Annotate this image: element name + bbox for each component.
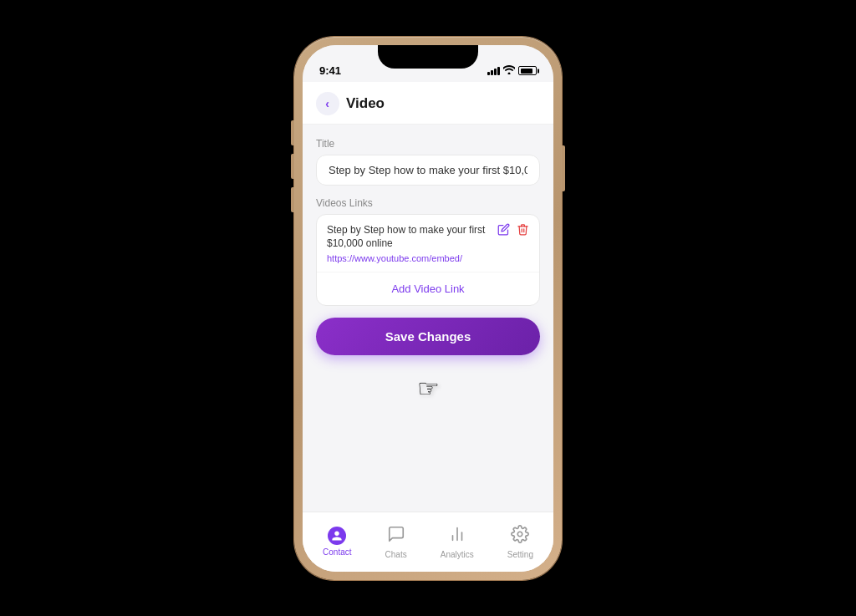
title-label: Title — [316, 138, 540, 150]
nav-analytics-label: Analytics — [441, 550, 474, 559]
nav-item-analytics[interactable]: Analytics — [431, 520, 484, 564]
add-video-button[interactable]: Add Video Link — [317, 272, 539, 305]
nav-item-setting[interactable]: Setting — [497, 520, 543, 564]
video-link-title: Step by Step how to make your first $10,… — [327, 223, 491, 252]
svg-point-3 — [518, 532, 523, 537]
video-link-text: Step by Step how to make your first $10,… — [327, 223, 491, 264]
nav-contact-label: Contact — [323, 547, 351, 557]
analytics-icon — [448, 525, 466, 547]
status-icons — [487, 65, 537, 77]
page-header: ‹ Video — [303, 82, 553, 125]
nav-item-chats[interactable]: Chats — [375, 520, 417, 564]
videos-links-label: Videos Links — [316, 197, 540, 209]
wifi-icon — [503, 65, 515, 77]
screen-content: ‹ Video Title Videos Links S — [303, 82, 553, 572]
nav-item-contact[interactable]: Contact — [313, 522, 361, 562]
video-link-item: Step by Step how to make your first $10,… — [317, 215, 539, 273]
save-changes-button[interactable]: Save Changes — [316, 318, 540, 355]
delete-video-icon[interactable] — [517, 223, 529, 238]
cursor-area: ☞ — [316, 367, 540, 403]
page-title: Video — [346, 95, 385, 112]
setting-icon — [511, 525, 529, 547]
title-field-group: Title — [316, 138, 540, 186]
back-button[interactable]: ‹ — [316, 92, 339, 115]
notch — [378, 45, 478, 69]
status-time: 9:41 — [319, 64, 341, 77]
contact-icon — [328, 527, 346, 545]
battery-icon — [518, 66, 537, 75]
title-input[interactable] — [316, 155, 540, 186]
bottom-nav: Contact Chats — [303, 512, 553, 572]
back-chevron-icon: ‹ — [325, 97, 329, 110]
nav-setting-label: Setting — [507, 550, 533, 559]
signal-icon — [487, 67, 500, 75]
video-link-url: https://www.youtube.com/embed/ — [327, 253, 491, 263]
videos-links-field-group: Videos Links Step by Step how to make yo… — [316, 197, 540, 307]
phone-screen: 9:41 — [303, 45, 553, 572]
video-link-card: Step by Step how to make your first $10,… — [316, 214, 540, 307]
edit-video-icon[interactable] — [497, 223, 510, 238]
add-video-label: Add Video Link — [391, 283, 464, 295]
video-link-actions — [497, 223, 529, 238]
main-scroll-area: Title Videos Links Step by Step how to m… — [303, 125, 553, 512]
nav-chats-label: Chats — [385, 550, 407, 559]
chats-icon — [387, 525, 405, 547]
phone-frame: 9:41 — [294, 37, 562, 580]
hand-cursor-icon: ☞ — [417, 374, 440, 403]
